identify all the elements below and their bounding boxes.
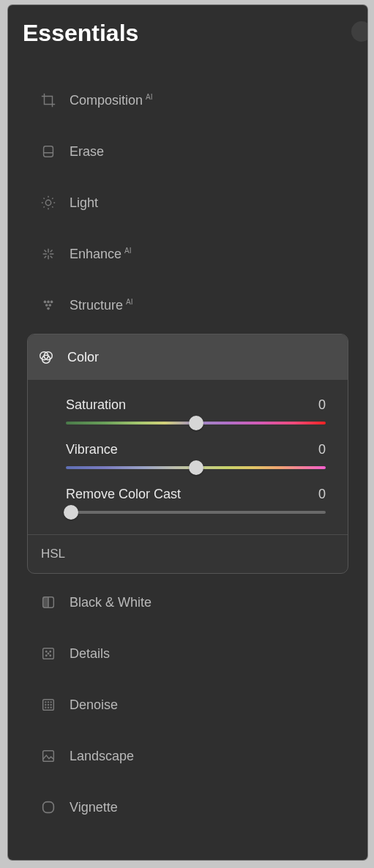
svg-point-27 [48, 707, 49, 708]
tool-structure[interactable]: StructureAI [8, 280, 367, 331]
tool-label: CompositionAI [70, 93, 153, 108]
svg-point-28 [51, 707, 51, 708]
svg-point-16 [46, 655, 47, 656]
tool-list: CompositionAI Erase Light [8, 57, 367, 833]
tool-erase[interactable]: Erase [8, 126, 367, 177]
slider-saturation[interactable]: Saturation 0 [66, 397, 326, 424]
tool-label: Black & White [70, 595, 152, 610]
svg-point-4 [51, 301, 53, 304]
erase-icon [40, 143, 56, 160]
svg-point-23 [45, 705, 46, 706]
tool-enhance[interactable]: EnhanceAI [8, 228, 367, 280]
slider-thumb[interactable] [189, 460, 203, 475]
details-icon [40, 646, 56, 662]
slider-name: Remove Color Cast [66, 487, 181, 502]
svg-point-7 [47, 307, 50, 310]
panel-title: Essentials [8, 15, 367, 57]
svg-point-5 [45, 304, 48, 307]
svg-point-17 [50, 655, 51, 656]
svg-point-25 [51, 705, 51, 706]
svg-point-20 [45, 702, 46, 703]
slider-track[interactable] [66, 422, 326, 424]
tool-color-card: Color Saturation 0 Vibrance 0 [27, 334, 348, 574]
tool-composition[interactable]: CompositionAI [8, 75, 367, 126]
svg-point-6 [48, 304, 51, 307]
svg-point-2 [44, 301, 47, 304]
color-sliders: Saturation 0 Vibrance 0 [28, 380, 348, 534]
slider-track[interactable] [66, 511, 326, 514]
denoise-icon [40, 697, 56, 713]
svg-rect-29 [43, 751, 54, 762]
structure-icon [40, 297, 56, 313]
svg-point-21 [48, 702, 49, 703]
sparkle-icon [40, 246, 56, 262]
slider-vibrance[interactable]: Vibrance 0 [66, 442, 326, 469]
close-button[interactable] [351, 21, 367, 42]
tool-label: Color [67, 350, 99, 365]
vignette-icon [40, 799, 56, 815]
svg-point-24 [48, 705, 49, 706]
svg-point-26 [45, 707, 46, 708]
tool-label: Vignette [70, 800, 118, 815]
svg-point-18 [48, 653, 48, 654]
bw-icon [40, 594, 56, 610]
sun-icon [40, 195, 56, 211]
slider-name: Saturation [66, 397, 126, 413]
tool-denoise[interactable]: Denoise [8, 679, 367, 730]
slider-value: 0 [318, 397, 326, 413]
tool-light[interactable]: Light [8, 177, 367, 228]
tool-black-white[interactable]: Black & White [8, 577, 367, 628]
tool-label: Erase [70, 144, 104, 160]
tool-label: Denoise [70, 697, 118, 713]
tool-label: StructureAI [70, 298, 132, 313]
color-icon [38, 349, 54, 365]
tool-details[interactable]: Details [8, 628, 367, 679]
svg-rect-12 [43, 597, 48, 608]
essentials-panel: Essentials CompositionAI Erase [8, 5, 367, 860]
svg-rect-0 [44, 146, 53, 157]
svg-point-14 [46, 651, 47, 652]
svg-rect-30 [43, 802, 54, 813]
slider-value: 0 [318, 487, 326, 502]
tool-vignette[interactable]: Vignette [8, 782, 367, 833]
tool-color[interactable]: Color [28, 334, 348, 380]
slider-value: 0 [318, 442, 326, 457]
svg-point-22 [51, 702, 51, 703]
landscape-icon [40, 748, 56, 764]
tool-label: Light [70, 195, 98, 211]
slider-thumb[interactable] [189, 416, 203, 430]
slider-remove-color-cast[interactable]: Remove Color Cast 0 [66, 487, 326, 514]
color-hsl-row[interactable]: HSL [28, 534, 348, 573]
tool-label: Landscape [70, 749, 134, 764]
tool-landscape[interactable]: Landscape [8, 730, 367, 782]
slider-name: Vibrance [66, 442, 118, 457]
crop-icon [40, 92, 56, 108]
svg-point-15 [50, 651, 51, 652]
tool-label: EnhanceAI [70, 247, 132, 262]
slider-thumb[interactable] [64, 505, 78, 520]
svg-point-1 [45, 200, 51, 205]
tool-label: Details [70, 646, 110, 662]
svg-point-3 [47, 301, 50, 304]
slider-track[interactable] [66, 466, 326, 469]
